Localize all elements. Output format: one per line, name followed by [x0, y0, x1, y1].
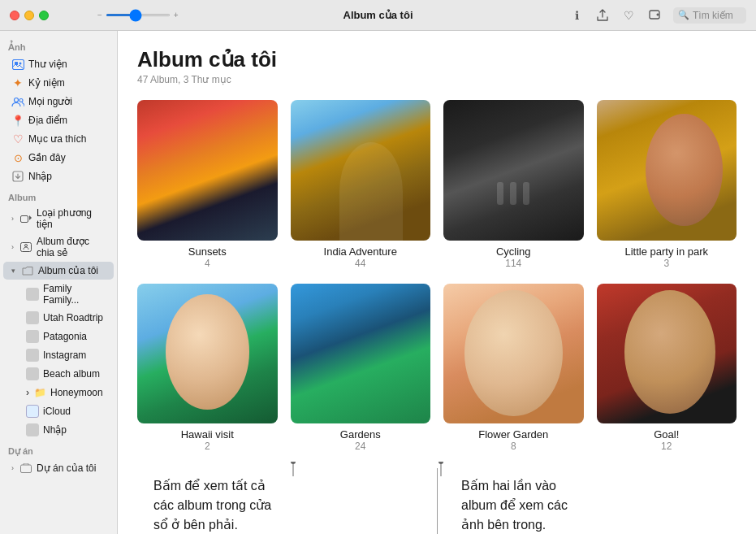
- import-icon: [11, 170, 24, 183]
- album-count: 3: [663, 258, 669, 269]
- svg-rect-11: [21, 465, 32, 473]
- album-item-gardens[interactable]: Gardens 24: [291, 284, 431, 453]
- album-thumb-india: [291, 100, 431, 241]
- sidebar-item-favorites[interactable]: ♡ Mục ưa thích: [3, 130, 114, 148]
- sidebar-section-projects: Dự án: [0, 440, 117, 458]
- sidebar-item-memories[interactable]: ✦ Kỷ niệm: [3, 74, 114, 92]
- sidebar-item-label: Kỷ niệm: [28, 77, 65, 89]
- sidebar-item-label: Loại phương tiện: [37, 207, 106, 230]
- sidebar-subitem-family[interactable]: Family Family...: [3, 280, 114, 308]
- album-thumb-goal: [597, 284, 737, 424]
- svg-point-4: [15, 98, 19, 102]
- sidebar-item-label: Thư viện: [28, 59, 67, 70]
- sidebar-item-label: Nhập: [43, 424, 67, 436]
- album-item-flower[interactable]: Flower Garden 8: [443, 284, 584, 453]
- page-subtitle: 47 Album, 3 Thư mục: [137, 74, 737, 85]
- sidebar-subitem-instagram[interactable]: Instagram: [3, 346, 114, 364]
- media-types-icon: [19, 212, 32, 225]
- sidebar-subitem-icloud[interactable]: iCloud: [3, 402, 114, 420]
- sidebar-item-label: Honeymoon: [50, 387, 103, 398]
- sidebar-item-shared-albums[interactable]: › Album được chia sẻ: [3, 233, 114, 261]
- album-item-sunsets[interactable]: Sunsets 4: [137, 100, 278, 269]
- shared-icon: [19, 241, 32, 254]
- album-name: Hawaii visit: [181, 428, 234, 441]
- sidebar-item-library[interactable]: Thư viện: [3, 55, 114, 73]
- family-thumb: [26, 288, 39, 301]
- titlebar-actions: ℹ ♡ 🔍 Tìm kiếm: [569, 7, 746, 24]
- album-item-cycling[interactable]: Cycling 114: [443, 100, 584, 269]
- album-item-hawaii[interactable]: Hawaii visit 2: [137, 284, 278, 453]
- folder-icon: [21, 264, 34, 277]
- callout-right: Bấm hai lần vào album để xem các ảnh bên…: [437, 476, 737, 525]
- album-count: 8: [511, 441, 516, 452]
- sidebar-subitem-beach[interactable]: Beach album: [3, 365, 114, 383]
- zoom-slider[interactable]: [106, 14, 171, 16]
- sidebar-item-label: Instagram: [43, 349, 86, 361]
- callout-area: Bấm để xem tất cả các album trong cửa sổ…: [137, 468, 737, 534]
- album-name: Flower Garden: [478, 428, 548, 441]
- beach-thumb: [26, 367, 39, 380]
- maximize-button[interactable]: [39, 11, 49, 20]
- info-icon[interactable]: ℹ: [569, 8, 584, 23]
- add-album-icon[interactable]: [647, 8, 662, 23]
- zoom-slider-container: − +: [97, 11, 179, 20]
- sidebar-item-label: Địa điểm: [28, 115, 67, 126]
- heart-icon[interactable]: ♡: [621, 8, 636, 23]
- svg-marker-8: [29, 215, 32, 220]
- album-count: 44: [355, 258, 365, 269]
- sidebar-section-photos: Ảnh: [0, 36, 117, 54]
- import2-thumb: [26, 423, 39, 436]
- sidebar-item-label: Album của tôi: [38, 265, 98, 276]
- album-name: India Adventure: [324, 245, 397, 258]
- minimize-button[interactable]: [24, 11, 34, 20]
- chevron-right-icon: ›: [11, 464, 14, 472]
- sidebar-item-places[interactable]: 📍 Địa điểm: [3, 111, 114, 129]
- album-item-india[interactable]: India Adventure 44: [291, 100, 431, 269]
- sidebar-item-label: Album được chia sẻ: [37, 236, 106, 258]
- app-body: Ảnh Thư viện ✦ Kỷ niệm Mọi người 📍 Địa đ…: [0, 31, 756, 534]
- album-count: 114: [505, 258, 521, 269]
- album-thumb-cycling: [443, 100, 584, 241]
- album-thumb-flower: [443, 284, 584, 424]
- sidebar-item-my-projects[interactable]: › Dự án của tôi: [3, 459, 114, 477]
- album-count: 4: [205, 258, 210, 269]
- callout-divider: [437, 468, 438, 534]
- folder-icon: 📁: [33, 386, 46, 399]
- share-icon[interactable]: [595, 8, 610, 23]
- callout-left: Bấm để xem tất cả các album trong cửa sổ…: [137, 476, 437, 525]
- titlebar: − + Album của tôi ℹ ♡ 🔍 Tìm kiếm: [0, 0, 756, 31]
- sidebar-item-import[interactable]: Nhập: [3, 167, 114, 185]
- patagonia-thumb: [26, 330, 39, 343]
- sidebar-subitem-honeymoon[interactable]: › 📁 Honeymoon: [3, 384, 114, 402]
- sidebar-item-label: Nhập: [28, 171, 52, 182]
- sidebar-item-label: iCloud: [43, 406, 71, 417]
- sidebar: Ảnh Thư viện ✦ Kỷ niệm Mọi người 📍 Địa đ…: [0, 31, 118, 534]
- album-grid: Sunsets 4 India Adventure 44: [137, 100, 737, 468]
- sidebar-item-media-types[interactable]: › Loại phương tiện: [3, 205, 114, 232]
- sidebar-item-label: Family Family...: [43, 283, 106, 306]
- projects-icon: [19, 462, 32, 475]
- sidebar-subitem-patagonia[interactable]: Patagonia: [3, 328, 114, 345]
- main-content: Album của tôi 47 Album, 3 Thư mục Sunset…: [118, 31, 756, 534]
- chevron-right-icon: ›: [26, 387, 29, 398]
- sidebar-item-my-albums[interactable]: ▾ Album của tôi: [3, 262, 114, 280]
- sidebar-subitem-import2[interactable]: Nhập: [3, 421, 114, 439]
- svg-point-5: [19, 98, 23, 102]
- close-button[interactable]: [10, 11, 19, 20]
- search-box[interactable]: 🔍 Tìm kiếm: [673, 7, 746, 24]
- sidebar-subitem-utah[interactable]: Utah Roadtrip: [3, 309, 114, 327]
- svg-rect-7: [21, 216, 28, 223]
- album-item-party[interactable]: Little party in park 3: [597, 100, 737, 269]
- album-count: 2: [205, 441, 210, 452]
- sidebar-item-label: Mọi người: [28, 96, 72, 107]
- sidebar-item-people[interactable]: Mọi người: [3, 93, 114, 111]
- sidebar-item-recent[interactable]: ⊙ Gần đây: [3, 149, 114, 167]
- chevron-right-icon: ›: [11, 215, 14, 223]
- album-item-goal[interactable]: Goal! 12: [597, 284, 737, 453]
- people-icon: [11, 95, 24, 108]
- sidebar-item-label: Beach album: [43, 368, 100, 380]
- recent-icon: ⊙: [11, 151, 24, 164]
- favorites-icon: ♡: [11, 132, 24, 145]
- chevron-down-icon: ▾: [11, 267, 15, 275]
- traffic-lights: [10, 11, 49, 20]
